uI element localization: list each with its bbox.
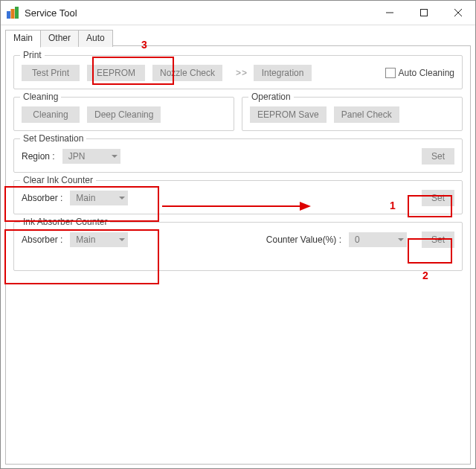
- set-destination-set-button[interactable]: Set: [422, 148, 454, 165]
- panel-check-button[interactable]: Panel Check: [334, 106, 399, 123]
- cleaning-button[interactable]: Cleaning: [22, 106, 80, 123]
- group-clear-ink-counter: Clear Ink Counter Absorber : Main Set: [13, 180, 463, 214]
- client-area: Main Other Auto Print Test Print EEPROM …: [5, 29, 471, 464]
- counter-value-label: Counter Value(%) :: [266, 234, 341, 245]
- app-icon: [7, 7, 19, 19]
- minimize-button[interactable]: [373, 1, 407, 25]
- titlebar: Service Tool: [1, 1, 475, 25]
- deep-cleaning-button[interactable]: Deep Cleaning: [87, 106, 161, 123]
- group-legend: Cleaning: [20, 92, 61, 102]
- select-value: 0: [355, 234, 360, 245]
- group-set-destination: Set Destination Region : JPN Set: [13, 138, 463, 173]
- absorber-label: Absorber :: [22, 193, 62, 203]
- svg-rect-4: [421, 10, 428, 16]
- close-button[interactable]: [441, 1, 475, 25]
- tab-main[interactable]: Main: [5, 30, 41, 48]
- clear-ink-set-button[interactable]: Set: [422, 190, 454, 206]
- service-tool-window: Service Tool Main Other Auto Print: [0, 0, 476, 469]
- clear-ink-absorber-select[interactable]: Main: [70, 191, 128, 205]
- svg-rect-2: [15, 7, 19, 19]
- group-legend: Clear Ink Counter: [20, 175, 96, 185]
- group-legend: Print: [20, 50, 45, 60]
- auto-cleaning-checkbox[interactable]: Auto Cleaning: [385, 68, 454, 78]
- select-value: Main: [76, 234, 95, 245]
- eeprom-save-button[interactable]: EEPROM Save: [250, 106, 327, 123]
- ink-absorber-set-button[interactable]: Set: [422, 232, 454, 248]
- checkbox-label: Auto Cleaning: [399, 68, 454, 78]
- tab-auto[interactable]: Auto: [78, 30, 113, 47]
- window-controls: [373, 1, 475, 25]
- region-select[interactable]: JPN: [62, 149, 120, 164]
- tabpage-main: Print Test Print EEPROM Nozzle Check >> …: [5, 46, 471, 465]
- tab-label: Auto: [86, 33, 105, 43]
- group-legend: Set Destination: [20, 133, 86, 144]
- chevron-down-icon: [398, 238, 404, 241]
- integration-button[interactable]: Integration: [254, 65, 312, 81]
- group-legend: Ink Absorber Counter: [20, 217, 110, 227]
- select-value: JPN: [68, 151, 86, 162]
- maximize-button[interactable]: [407, 1, 441, 25]
- tab-label: Other: [48, 33, 71, 43]
- eeprom-button[interactable]: EEPROM: [87, 65, 145, 81]
- region-label: Region :: [22, 151, 55, 162]
- group-print: Print Test Print EEPROM Nozzle Check >> …: [13, 55, 463, 89]
- group-legend: Operation: [248, 92, 294, 102]
- group-ink-absorber-counter: Ink Absorber Counter Absorber : Main Cou…: [13, 222, 463, 271]
- absorber-label: Absorber :: [22, 234, 62, 245]
- tab-other[interactable]: Other: [40, 30, 79, 47]
- window-title: Service Tool: [25, 7, 77, 19]
- chevron-right-icon: >>: [236, 68, 248, 78]
- annotation-number-2: 2: [422, 269, 428, 281]
- svg-rect-0: [7, 11, 10, 19]
- nozzle-check-button[interactable]: Nozzle Check: [152, 65, 222, 81]
- counter-value-select[interactable]: 0: [349, 232, 407, 247]
- tab-strip: Main Other Auto: [5, 29, 471, 46]
- group-cleaning: Cleaning Cleaning Deep Cleaning: [13, 97, 234, 131]
- chevron-down-icon: [112, 155, 118, 158]
- group-operation: Operation EEPROM Save Panel Check: [242, 97, 463, 131]
- ink-absorber-select[interactable]: Main: [70, 232, 128, 247]
- tab-label: Main: [13, 33, 33, 43]
- chevron-down-icon: [119, 238, 125, 241]
- chevron-down-icon: [119, 197, 125, 200]
- checkbox-icon: [385, 68, 396, 78]
- svg-rect-1: [11, 9, 15, 19]
- test-print-button[interactable]: Test Print: [22, 65, 80, 81]
- select-value: Main: [76, 193, 95, 203]
